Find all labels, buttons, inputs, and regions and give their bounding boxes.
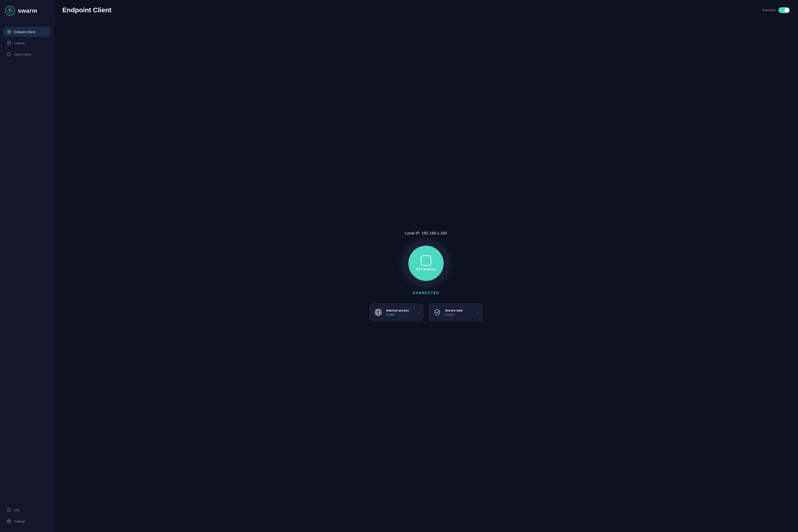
sidebar-item-label-client-policy: Client Policy bbox=[14, 53, 31, 56]
connection-stop-icon bbox=[421, 255, 431, 266]
sidebar-item-endpoint-client[interactable]: Endpoint Client bbox=[3, 27, 51, 37]
sidebar-item-label-endpoint-client: Endpoint Client bbox=[14, 30, 35, 34]
logo-container: swarm bbox=[0, 6, 54, 22]
listener-icon bbox=[7, 41, 11, 45]
svg-point-3 bbox=[8, 31, 10, 33]
endpoint-client-icon bbox=[7, 30, 11, 34]
client-policy-icon bbox=[7, 52, 11, 57]
secure-web-chevron-icon: › bbox=[477, 310, 478, 314]
info-icon bbox=[7, 508, 11, 512]
swarm-logo-icon bbox=[5, 6, 15, 16]
sidebar-item-info[interactable]: Info bbox=[3, 505, 51, 515]
internet-access-text: Internet access Enable bbox=[386, 309, 415, 316]
internet-access-chevron-icon: › bbox=[418, 310, 419, 314]
main-nav: Endpoint Client Listener Client Polic bbox=[0, 22, 54, 501]
autostart-container: Autostart bbox=[762, 7, 790, 13]
secure-web-title: Secure web bbox=[445, 309, 474, 312]
toggle-knob bbox=[784, 8, 789, 13]
internet-access-title: Internet access bbox=[386, 309, 415, 312]
secure-web-text: Secure web Disable bbox=[445, 309, 474, 316]
svg-point-1 bbox=[10, 10, 11, 12]
autostart-toggle[interactable] bbox=[778, 7, 790, 13]
sidebar-item-client-policy[interactable]: Client Policy bbox=[3, 49, 51, 59]
app-name: swarm bbox=[18, 7, 37, 14]
connection-status-text: CONNECTED bbox=[413, 291, 439, 295]
autostart-label: Autostart bbox=[762, 8, 776, 12]
svg-point-15 bbox=[8, 520, 10, 522]
sidebar-item-settings[interactable]: Settings bbox=[3, 516, 51, 526]
internet-access-icon bbox=[374, 308, 383, 317]
secure-web-icon bbox=[433, 308, 442, 317]
secure-web-card[interactable]: Secure web Disable › bbox=[429, 303, 482, 322]
local-ip-label: Local IP: bbox=[405, 231, 421, 235]
content-area: Local IP: 192.168.1.100 RTT 36.51ms CONN… bbox=[54, 20, 798, 532]
sidebar-item-label-listener: Listener bbox=[14, 41, 25, 45]
main-content: Endpoint Client Autostart Local IP: 192.… bbox=[54, 0, 798, 532]
connection-status-circle: RTT 36.51ms bbox=[403, 241, 449, 286]
outer-circle: RTT 36.51ms bbox=[403, 241, 449, 286]
sidebar: swarm Endpoint Client bbox=[0, 0, 54, 532]
header: Endpoint Client Autostart bbox=[54, 0, 798, 20]
inner-circle[interactable]: RTT 36.51ms bbox=[408, 246, 444, 281]
local-ip-display: Local IP: 192.168.1.100 bbox=[405, 231, 447, 235]
local-ip-value: 192.168.1.100 bbox=[422, 231, 447, 235]
settings-icon bbox=[7, 519, 11, 524]
action-cards-container: Internet access Enable › Secure web Disa… bbox=[369, 303, 482, 322]
sidebar-item-listener[interactable]: Listener bbox=[3, 38, 51, 48]
sidebar-bottom-nav: Info Settings bbox=[0, 501, 54, 526]
sidebar-item-label-settings: Settings bbox=[14, 519, 25, 523]
internet-access-card[interactable]: Internet access Enable › bbox=[369, 303, 423, 322]
sidebar-item-label-info: Info bbox=[14, 508, 19, 512]
page-title: Endpoint Client bbox=[62, 6, 111, 14]
internet-access-status: Enable bbox=[386, 313, 415, 316]
secure-web-status: Disable bbox=[445, 313, 474, 316]
rtt-display: RTT 36.51ms bbox=[416, 267, 436, 271]
